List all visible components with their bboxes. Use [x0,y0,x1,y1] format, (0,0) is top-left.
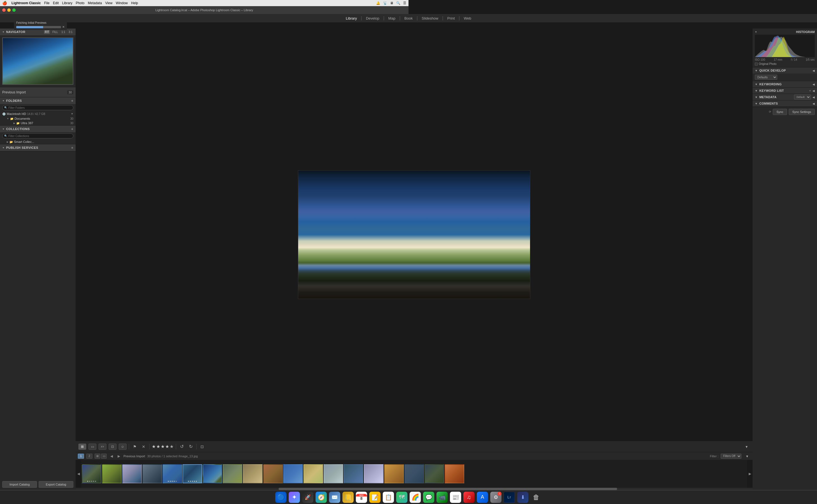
smart-collect-icon: 📂 [10,140,13,143]
apple-menu[interactable]: 🍎 [2,1,7,5]
folders-search-input[interactable] [8,106,71,109]
minimize-button[interactable] [7,8,11,12]
menubar: 🍎 Lightroom Classic File Edit Library Ph… [0,0,408,6]
folders-section: ▼ Folders + 🔍 💿 Macintosh HD 14.8 / 42.7… [0,97,76,126]
main-image-container[interactable] [76,29,408,252]
titlebar: Lightroom Catalog.lrcat – Adobe Photosho… [0,6,408,14]
left-panel: ▼ Navigator FIT FILL 1:1 3:1 Previous Im… [0,29,76,252]
folder-name: Documents [15,117,30,120]
menu-library[interactable]: Library [62,1,72,5]
subfolder-arrow-icon: ▶ [13,122,15,124]
subfolder-name: Ultra 387 [21,121,33,125]
publish-triangle-icon: ▼ [2,147,4,149]
folders-header[interactable]: ▼ Folders + [0,97,76,104]
center-area: ⊞ ▭ XY ⊡ ☺ ⚑ ✕ ★ ★ ★ ★ ★ ↺ ↻ ⊡ ▾ [76,29,408,252]
maximize-button[interactable] [12,8,16,12]
folders-search-icon: 🔍 [4,106,7,109]
module-library[interactable]: Library [342,14,361,22]
subfolder-count: 30 [70,122,73,125]
collections-title: Collections [6,127,30,131]
module-map[interactable]: Map [384,14,399,22]
loading-label: Fetching Initial Previews [16,21,65,24]
close-button[interactable] [2,8,6,12]
module-book[interactable]: Book [400,14,408,22]
folders-add-button[interactable]: + [71,98,73,103]
menu-icon[interactable]: ☰ [403,1,406,5]
window-title: Lightroom Catalog.lrcat – Adobe Photosho… [155,8,253,12]
airplay-icon[interactable]: 📡 [383,1,387,5]
menu-photo[interactable]: Photo [76,1,84,5]
folders-title: Folders [6,99,22,102]
collections-triangle-icon: ▼ [2,128,4,130]
collections-search-input[interactable] [8,135,71,138]
menu-lightroom[interactable]: Lightroom Classic [11,1,41,5]
drive-size: 14.8 / 42.7 GB [27,112,45,116]
zoom-3-1-button[interactable]: 3:1 [68,30,73,34]
previous-import-label: Previous Import [2,90,26,94]
folder-icon: 📁 [10,117,13,120]
menu-edit[interactable]: Edit [53,1,59,5]
publish-services-header[interactable]: ▼ Publish Services + [0,144,76,151]
folder-collapse-icon: ▼ [7,117,9,120]
smart-collections-item[interactable]: ▶ 📂 Smart Collec... [0,140,76,144]
collections-search-box: 🔍 [2,133,73,138]
navigator-thumb-image [3,38,73,84]
menu-help[interactable]: Help [131,1,138,5]
loading-bar-fill [16,26,43,28]
smart-collect-name: Smart Collec... [14,140,34,143]
navigator-section: ▼ Navigator FIT FILL 1:1 3:1 [0,29,76,87]
collections-add-button[interactable]: + [71,127,73,131]
display-icon[interactable]: 🖥 [390,1,393,5]
zoom-fit-button[interactable]: FIT [44,30,50,34]
publish-services-title: Publish Services [6,146,38,149]
menu-file[interactable]: File [44,1,50,5]
folders-triangle-icon: ▼ [2,100,4,102]
collections-header[interactable]: ▼ Collections + [0,126,76,132]
menu-metadata[interactable]: Metadata [88,1,102,5]
drive-icon: 💿 [2,112,6,116]
smart-collect-arrow-icon: ▶ [7,141,8,143]
menu-window[interactable]: Window [116,1,128,5]
publish-services-section: ▼ Publish Services + [0,144,76,151]
publish-add-button[interactable]: + [71,145,73,150]
folder-documents[interactable]: ▼ 📁 Documents 30 [0,116,76,121]
traffic-lights [2,8,16,12]
previous-import-row[interactable]: Previous Import 30 [0,87,76,97]
loading-container: Fetching Initial Previews ✕ [14,20,67,30]
main-image [298,170,408,252]
zoom-fill-button[interactable]: FILL [51,30,59,34]
drive-name: Macintosh HD [7,112,26,116]
notification-icon[interactable]: 🔔 [376,1,380,5]
search-menubar-icon[interactable]: 🔍 [396,1,400,5]
navigator-title: Navigator [6,30,25,34]
folders-search-box: 🔍 [2,105,73,110]
main-layout: ▼ Navigator FIT FILL 1:1 3:1 Previous Im… [0,29,408,252]
drive-item[interactable]: 💿 Macintosh HD 14.8 / 42.7 GB ▼ [0,111,76,116]
drive-chevron-icon: ▼ [71,112,73,115]
zoom-1-1-button[interactable]: 1:1 [60,30,66,34]
menu-view[interactable]: View [105,1,112,5]
subfolder-ultra387[interactable]: ▶ 📁 Ultra 387 30 [0,121,76,125]
subfolder-icon: 📁 [16,122,20,125]
collections-search-icon: 🔍 [4,135,7,137]
navigator-triangle-icon: ▼ [2,31,4,33]
navigator-thumbnail[interactable] [2,37,73,85]
folder-count: 30 [70,117,73,120]
loading-cancel-button[interactable]: ✕ [62,25,65,29]
previous-import-count: 30 [67,90,73,94]
module-develop[interactable]: Develop [362,14,383,22]
loading-bar [16,26,61,28]
collections-section: ▼ Collections + 🔍 ▶ 📂 Smart Collec... [0,126,76,144]
